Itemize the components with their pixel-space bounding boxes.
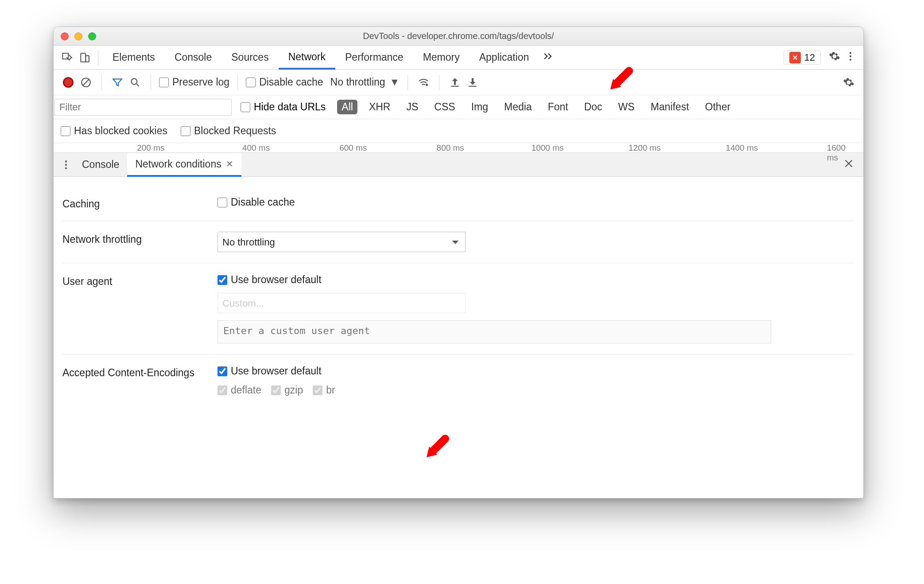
encoding-gzip: gzip (271, 384, 303, 396)
timeline-tick: 1600 ms (827, 143, 851, 163)
blocked-requests-input[interactable] (181, 126, 190, 136)
has-blocked-cookies-checkbox[interactable]: Has blocked cookies (61, 125, 167, 137)
ua-select: Custom... (217, 293, 466, 313)
svg-rect-9 (469, 86, 477, 86)
clear-icon[interactable] (78, 75, 93, 90)
user-agent-label: User agent (62, 274, 204, 288)
has-blocked-cookies-label: Has blocked cookies (74, 125, 167, 137)
timeline-tick: 1000 ms (532, 143, 564, 153)
ua-textarea (217, 320, 771, 343)
drawer-tab-console[interactable]: Console (74, 153, 127, 176)
enc-default-checkbox[interactable]: Use browser default (217, 365, 322, 377)
filter-type-img[interactable]: Img (467, 100, 493, 114)
filter-type-media[interactable]: Media (500, 100, 536, 114)
preserve-log-input[interactable] (159, 78, 169, 87)
caching-checkbox-label: Disable cache (231, 196, 295, 208)
row-user-agent: User agent Use browser default Custom... (62, 263, 854, 354)
caching-checkbox[interactable]: Disable cache (217, 196, 295, 208)
error-icon (789, 52, 801, 63)
tab-console[interactable]: Console (165, 46, 221, 69)
blocked-requests-label: Blocked Requests (194, 125, 276, 137)
tab-application[interactable]: Application (470, 46, 539, 69)
preserve-log-checkbox[interactable]: Preserve log (159, 76, 229, 88)
encoding-br-input (313, 385, 322, 395)
has-blocked-cookies-input[interactable] (61, 126, 70, 136)
network-settings-icon[interactable] (841, 75, 856, 90)
row-caching: Caching Disable cache (62, 186, 854, 221)
filter-type-all[interactable]: All (337, 100, 357, 114)
filter-type-xhr[interactable]: XHR (365, 100, 395, 114)
drawer-tab-network-conditions[interactable]: Network conditions ✕ (127, 153, 241, 177)
timeline-tick: 200 ms (137, 143, 164, 153)
titlebar: DevTools - developer.chrome.com/tags/dev… (54, 27, 863, 46)
svg-rect-8 (451, 86, 459, 86)
ua-default-checkbox[interactable]: Use browser default (217, 274, 322, 286)
tab-network[interactable]: Network (279, 46, 335, 70)
timeline-overview[interactable]: 200 ms 400 ms 600 ms 800 ms 1000 ms 1200… (54, 143, 863, 153)
filter-icon[interactable] (110, 75, 125, 90)
preserve-log-label: Preserve log (172, 76, 229, 88)
filter-type-other[interactable]: Other (701, 100, 735, 114)
row-content-encodings: Accepted Content-Encodings Use browser d… (62, 354, 854, 407)
timeline-tick: 1400 ms (726, 143, 758, 153)
filter-type-ws[interactable]: WS (614, 100, 639, 114)
errors-chip[interactable]: 12 (784, 51, 821, 65)
kebab-menu-icon[interactable] (845, 51, 856, 65)
svg-point-7 (426, 83, 428, 86)
tab-label: Network (288, 51, 326, 63)
hide-data-urls-input[interactable] (241, 102, 250, 112)
filter-type-font[interactable]: Font (544, 100, 573, 114)
close-tab-icon[interactable]: ✕ (226, 159, 233, 169)
record-button[interactable] (61, 75, 76, 90)
hide-data-urls-checkbox[interactable]: Hide data URLs (241, 101, 326, 113)
encoding-label: deflate (231, 384, 261, 396)
filter-type-manifest[interactable]: Manifest (646, 100, 694, 114)
filter-type-doc[interactable]: Doc (580, 100, 607, 114)
network-toolbar: Preserve log Disable cache No throttling… (54, 70, 863, 95)
caching-checkbox-input[interactable] (217, 198, 227, 207)
disable-cache-label: Disable cache (259, 76, 323, 88)
throttling-label: Network throttling (62, 232, 204, 245)
errors-count: 12 (804, 52, 815, 63)
drawer-tab-label: Console (82, 159, 119, 171)
hide-data-urls-label: Hide data URLs (254, 101, 326, 113)
svg-point-4 (850, 58, 851, 60)
encoding-label: gzip (284, 384, 303, 396)
tab-memory[interactable]: Memory (413, 46, 470, 69)
filter-type-css[interactable]: CSS (430, 100, 459, 114)
filter-type-js[interactable]: JS (402, 100, 423, 114)
tab-label: Sources (231, 51, 268, 63)
disable-cache-checkbox[interactable]: Disable cache (246, 76, 323, 88)
disable-cache-input[interactable] (246, 78, 256, 87)
tab-sources[interactable]: Sources (221, 46, 278, 69)
svg-rect-1 (85, 55, 89, 62)
tab-performance[interactable]: Performance (335, 46, 413, 69)
throttling-select[interactable]: No throttling ▼ (330, 76, 400, 88)
ua-default-input[interactable] (217, 275, 227, 285)
filter-input[interactable] (54, 99, 232, 116)
blocked-requests-checkbox[interactable]: Blocked Requests (181, 125, 276, 137)
timeline-tick: 1200 ms (629, 143, 661, 153)
tab-label: Console (175, 51, 212, 63)
network-conditions-icon[interactable] (416, 75, 431, 90)
throttling-select[interactable]: No throttling (217, 232, 466, 252)
drawer-kebab-icon[interactable] (58, 159, 74, 171)
download-har-icon[interactable] (465, 75, 480, 90)
device-toolbar-icon[interactable] (76, 49, 93, 66)
svg-point-10 (65, 160, 67, 162)
tab-label: Application (479, 51, 529, 63)
encodings-line: deflate gzip br (217, 384, 341, 396)
search-icon[interactable] (128, 75, 143, 90)
timeline-tick: 400 ms (242, 143, 270, 153)
tab-elements[interactable]: Elements (103, 46, 165, 69)
drawer-tab-label: Network conditions (135, 158, 221, 170)
more-tabs-icon[interactable] (542, 51, 554, 65)
enc-default-input[interactable] (217, 366, 227, 376)
tab-label: Elements (113, 51, 155, 63)
upload-har-icon[interactable] (447, 75, 462, 90)
drawer-tabbar: Console Network conditions ✕ (54, 153, 863, 177)
svg-point-3 (850, 55, 851, 57)
inspect-element-icon[interactable] (58, 49, 76, 66)
settings-icon[interactable] (829, 51, 840, 65)
row-throttling: Network throttling No throttling (62, 221, 854, 263)
